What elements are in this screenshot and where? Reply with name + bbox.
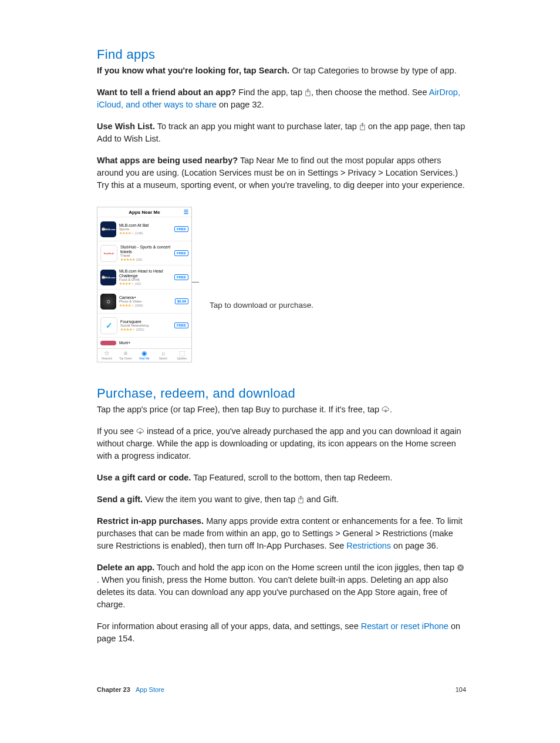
price-button[interactable]: FREE xyxy=(174,322,188,328)
bold-lead: Send a gift. xyxy=(97,495,143,504)
paragraph: What apps are being used nearby? Tap Nea… xyxy=(97,154,466,191)
tab-bar: ☆Featured ≡Top Charts ◉Near Me ⌕Search ⬚… xyxy=(97,348,191,362)
tab-updates[interactable]: ⬚Updates xyxy=(173,349,191,362)
price-button[interactable]: FREE xyxy=(174,226,188,232)
apps-near-me-screenshot: Apps Near Me ☰ ⚾MLB.com MLB.com At Bat S… xyxy=(97,207,192,362)
tab-near-me[interactable]: ◉Near Me xyxy=(135,349,154,362)
app-row: StubHub! StubHub - Sports & concert tick… xyxy=(97,241,191,265)
price-button[interactable]: FREE xyxy=(174,250,188,256)
list-icon: ☰ xyxy=(184,210,188,215)
tab-featured[interactable]: ☆Featured xyxy=(97,349,116,362)
paragraph: Use Wish List. To track an app you might… xyxy=(97,120,466,145)
paragraph: Delete an app. Touch and hold the app ic… xyxy=(97,562,466,611)
callout-text: Tap to download or purchase. xyxy=(210,300,313,311)
chapter-title: App Store xyxy=(136,686,164,693)
delete-x-icon xyxy=(457,564,464,571)
paragraph: If you see instead of a price, you've al… xyxy=(97,425,466,462)
screenshot-callout-group: Apps Near Me ☰ ⚾MLB.com MLB.com At Bat S… xyxy=(97,201,466,386)
section-heading-purchase: Purchase, redeem, and download xyxy=(97,386,466,401)
app-row: Muni+ xyxy=(97,338,191,348)
page-number: 104 xyxy=(456,686,466,693)
share-icon xyxy=(305,89,311,96)
paragraph: Restrict in-app purchases. Many apps pro… xyxy=(97,515,466,552)
app-icon: StubHub! xyxy=(100,245,117,262)
bold-lead: Use a gift card or code. xyxy=(97,473,191,482)
paragraph: Send a gift. View the item you want to g… xyxy=(97,493,466,506)
search-icon: ⌕ xyxy=(154,350,173,357)
bold-lead: If you know what you're looking for, tap… xyxy=(97,66,289,75)
price-button[interactable]: FREE xyxy=(174,274,188,280)
app-icon: ◯ xyxy=(100,294,116,310)
app-icon: ⚾MLB.com xyxy=(100,270,116,285)
bold-lead: Delete an app. xyxy=(97,563,154,572)
callout-leader-line xyxy=(192,282,199,386)
page-footer: Chapter 23 App Store 104 xyxy=(97,686,466,693)
app-row: ⚾MLB.com MLB.com At Bat Sports ★★★★☆ (14… xyxy=(97,217,191,241)
paragraph: Use a gift card or code. Tap Featured, s… xyxy=(97,472,466,484)
bold-lead: What apps are being used nearby? xyxy=(97,156,238,165)
link-restrictions[interactable]: Restrictions xyxy=(346,541,391,550)
compass-icon: ◉ xyxy=(135,350,154,357)
app-row: ⚾MLB.com MLB.com Head to Head Challenge … xyxy=(97,265,191,290)
tab-top-charts[interactable]: ≡Top Charts xyxy=(116,349,135,362)
cloud-download-icon xyxy=(136,428,144,435)
price-button[interactable]: $0.99 xyxy=(175,298,188,304)
app-row: ✓ Foursquare Social Networking ★★★★☆ (25… xyxy=(97,314,191,338)
bold-lead: Use Wish List. xyxy=(97,122,155,131)
section-heading-find-apps: Find apps xyxy=(97,47,466,62)
share-icon xyxy=(359,123,366,130)
paragraph: For information about erasing all of you… xyxy=(97,620,466,645)
updates-icon: ⬚ xyxy=(173,350,191,357)
app-icon: ⚾MLB.com xyxy=(100,221,116,237)
paragraph: Want to tell a friend about an app? Find… xyxy=(97,86,466,111)
tab-search[interactable]: ⌕Search xyxy=(154,349,173,362)
chapter-label: Chapter 23 xyxy=(97,686,130,693)
app-icon xyxy=(100,341,116,345)
app-row: ◯ Camera+ Photo & Video ★★★★☆ (268) $0.9… xyxy=(97,290,191,314)
bold-lead: Want to tell a friend about an app? xyxy=(97,88,236,97)
cloud-download-icon xyxy=(382,406,390,413)
app-icon: ✓ xyxy=(100,317,117,334)
link-restart-reset[interactable]: Restart or reset iPhone xyxy=(361,621,448,631)
star-icon: ☆ xyxy=(97,350,116,357)
list-icon: ≡ xyxy=(116,350,135,357)
paragraph: Tap the app's price (or tap Free), then … xyxy=(97,404,466,416)
bold-lead: Restrict in-app purchases. xyxy=(97,516,204,526)
share-icon xyxy=(298,496,304,503)
paragraph: If you know what you're looking for, tap… xyxy=(97,65,466,77)
screenshot-header: Apps Near Me ☰ xyxy=(97,207,191,217)
